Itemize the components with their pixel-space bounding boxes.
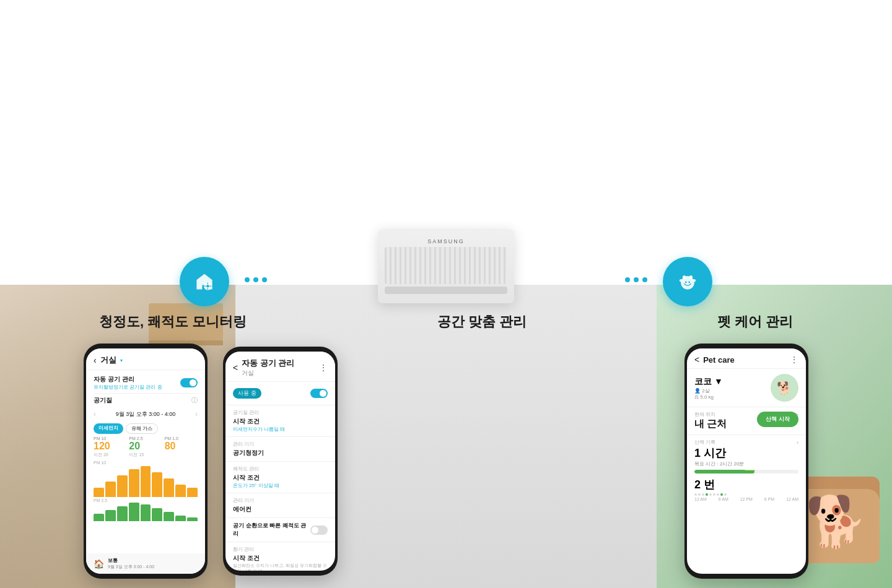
weight-value: 5.0 kg [700, 394, 714, 400]
status-info: 보통 9월 3일 오후 3:00 - 4:00 [108, 557, 154, 570]
location-label: 현재 위치 [694, 411, 715, 418]
right-phone-header: < Pet care ⋮ [687, 348, 806, 369]
center-title-group: 자동 공기 관리 거실 [242, 358, 294, 378]
bar-g9 [187, 517, 198, 521]
phone-right: < Pet care ⋮ 코코 ▼ 👤 2살 ⚖ 5.0 kg [684, 344, 808, 579]
center-menu-dots[interactable]: ⋮ [319, 363, 328, 373]
setting-desc-1: 미세먼지수가 나쁨일 때 [233, 426, 328, 433]
dot-4 [625, 277, 630, 282]
status-text: 보통 [108, 557, 154, 564]
back-arrow-left[interactable]: ‹ [94, 355, 97, 365]
location-value-row: 내 근처 산책 시작 [694, 418, 798, 431]
pm10-sub: 이전 20 [94, 452, 126, 458]
location-value: 내 근처 [694, 418, 727, 431]
age-icon: 👤 [694, 388, 702, 394]
next-arrow[interactable]: › [195, 410, 198, 418]
tdot-2 [698, 493, 701, 496]
pet-info-group: 코코 ▼ 👤 2살 ⚖ 5.0 kg [694, 376, 723, 400]
tdot-8 [720, 493, 723, 496]
date-nav: ‹ 9월 3일 오후 3:00 - 4:00 › [94, 407, 198, 421]
section-titles: 청정도, 쾌적도 모니터링 공간 맞춤 관리 펫 케어 관리 [0, 313, 892, 331]
center-section-title: 공간 맞춤 관리 [437, 313, 527, 331]
svg-point-7 [685, 282, 687, 283]
pet-age: 👤 2살 [694, 387, 723, 394]
svg-point-6 [693, 279, 696, 282]
chart-pm25-label: PM 2.5 [94, 498, 198, 503]
age-value: 2살 [702, 388, 709, 394]
back-arrow-right[interactable]: < [694, 355, 699, 365]
bar-3 [117, 475, 128, 497]
auto-toggle[interactable] [180, 378, 198, 387]
bar-g5 [141, 504, 151, 521]
setting-device-1: 관리 기기 공기청정기 [225, 437, 335, 462]
bar-g3 [117, 506, 128, 521]
pm10-item: PM 10 120 이전 20 [94, 436, 126, 458]
walk-sub: 목표 시간 : 2시간 20분 [694, 460, 798, 467]
tdot-4 [706, 493, 708, 496]
background: 🐕 SAMSUNG [0, 0, 892, 588]
bar-g4 [129, 503, 139, 521]
pm10b-value: 80 [165, 441, 198, 452]
bar-5 [141, 466, 151, 497]
dot-2 [253, 277, 258, 282]
pm10b-item: PM 1.0 80 [165, 436, 198, 458]
active-badge-row: 사용 중 [225, 382, 335, 405]
auto-management-section: 자동 공기 관리 유지할방정기로 공기질 관리 중 공기질 ⓘ ‹ 9월 3일 … [86, 370, 205, 505]
phone-left-screen: ‹ 거실 ▾ 자동 공기 관리 유지할방정기로 공기질 관리 중 공기질 ⓘ [86, 348, 205, 574]
bar-g2 [105, 510, 116, 521]
auto-toggle-row: 자동 공기 관리 유지할방정기로 공기질 관리 중 [94, 375, 198, 391]
tag-gas[interactable]: 유해 가스 [126, 423, 158, 434]
bar-g6 [152, 508, 162, 521]
circulation-toggle[interactable] [310, 525, 328, 535]
weight-icon: ⚖ [694, 394, 700, 400]
active-badge: 사용 중 [233, 388, 261, 399]
setting-title-2: 공기청정기 [233, 449, 328, 457]
tdot-7 [717, 493, 719, 496]
pet-care-circle[interactable] [663, 257, 712, 306]
tdot-6 [713, 493, 715, 496]
phone-left: ‹ 거실 ▾ 자동 공기 관리 유지할방정기로 공기질 관리 중 공기질 ⓘ [84, 344, 208, 579]
setting-air-quality-label: 공기질 관리 시작 조건 미세먼지수가 나쁨일 때 [225, 405, 335, 437]
pet-name[interactable]: 코코 ▼ [694, 376, 723, 387]
left-phone-header: ‹ 거실 ▾ [86, 348, 205, 370]
connection-dots-left [245, 277, 267, 282]
home-settings-circle[interactable] [180, 257, 229, 306]
air-quality-row: 공기질 ⓘ [94, 396, 198, 405]
dropdown-arrow-left[interactable]: ▾ [120, 358, 123, 363]
right-section-title: 펫 케어 관리 [717, 313, 793, 331]
setting-comfort: 쾌적도 관리 시작 조건 온도가 25° 이상일 때 [225, 462, 335, 493]
svg-point-4 [689, 275, 693, 279]
pm25-value: 20 [129, 441, 162, 452]
air-quality-label: 공기질 [94, 396, 112, 405]
auto-toggle-label: 자동 공기 관리 유지할방정기로 공기질 관리 중 [94, 375, 162, 391]
setting-title-6: 시작 조건 [233, 554, 328, 563]
chart-bars-pm10 [94, 466, 198, 497]
bar-4 [129, 469, 139, 497]
phone-center: < 자동 공기 관리 거실 ⋮ 사용 중 공기질 관리 시작 조건 미세먼지수가… [223, 347, 338, 576]
connection-dots-right [625, 277, 647, 282]
info-icon[interactable]: ⓘ [191, 396, 198, 405]
right-menu-dots[interactable]: ⋮ [790, 355, 798, 365]
ac-brand: SAMSUNG [427, 238, 465, 244]
prev-arrow[interactable]: ‹ [94, 410, 96, 418]
center-phone-header: < 자동 공기 관리 거실 ⋮ [225, 352, 335, 382]
gray-label-6: 환기 관리 [233, 546, 328, 553]
pm10-value: 120 [94, 441, 126, 452]
dog-illustration: 🐕 [805, 493, 867, 551]
time-6pm: 6 PM [764, 497, 774, 501]
svg-point-8 [688, 282, 690, 283]
date-text: 9월 3일 오후 3:00 - 4:00 [116, 410, 176, 418]
walk-arrow[interactable]: › [797, 439, 798, 446]
walk-label: 산책 기록 [694, 439, 715, 446]
left-section-title: 청정도, 쾌적도 모니터링 [99, 313, 247, 331]
tag-dust[interactable]: 미세먼지 [94, 423, 123, 434]
walk-start-button[interactable]: 산책 시작 [757, 412, 798, 427]
setting-device-2: 관리 기기 에어컨 [225, 493, 335, 518]
pet-avatar: 🐕 [771, 374, 798, 402]
walk-count: 2 번 [694, 477, 798, 492]
time-12am2: 12 AM [786, 497, 798, 501]
center-toggle[interactable] [310, 389, 328, 398]
back-arrow-center[interactable]: < [233, 363, 238, 373]
tdot-1 [694, 493, 697, 496]
pm10-label: PM 10 [94, 436, 126, 441]
